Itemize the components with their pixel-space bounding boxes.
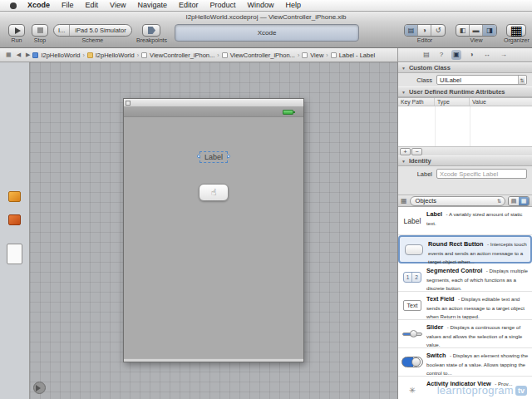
scheme-selector[interactable]: I... iPad 5.0 Simulator [53,24,132,37]
editor-version-icon: ↺ [436,27,441,34]
menu-edit[interactable]: Edit [80,0,105,11]
scheme-destination[interactable]: iPad 5.0 Simulator [70,27,131,34]
video-play-button[interactable] [33,382,46,394]
ib-window-footer [124,358,303,362]
quick-help-tab[interactable]: ? [438,50,445,60]
editor-assistant-button[interactable]: ◑ [418,25,431,36]
library-item-switch[interactable]: Switch - Displays an element showing the… [398,348,532,377]
identity-label-field[interactable]: Xcode Specific Label [436,169,527,179]
organizer-button[interactable]: ▦ [506,24,526,37]
jumpbar-strip: ▦ ◀ ▶ I2pHelloWorld › I2pHelloWorld › Vi… [0,48,532,62]
library-item-label[interactable]: Label Label - A variably sized amount of… [398,207,532,235]
breakpoints-button[interactable] [142,24,160,37]
breadcrumb-xib[interactable]: ViewController_iPhon... [222,52,295,59]
stop-icon [37,27,43,33]
identity-header: ▼ Identity [398,155,532,166]
class-combo-field[interactable]: UILabel ⇅ [436,75,527,85]
view-dock-icon[interactable] [7,244,22,264]
hand-cursor-icon: ☝ [211,187,217,198]
view-label: View [470,37,482,43]
watermark-tv-badge: tv [515,386,527,396]
column-value: Value [470,98,532,106]
files-owner-icon[interactable] [8,191,21,202]
library-sections-icon[interactable]: ▦ [401,197,407,204]
breadcrumb-group[interactable]: I2pHelloWorld [87,52,135,59]
first-responder-icon[interactable] [8,214,21,225]
run-button[interactable] [8,24,25,37]
disclosure-icon[interactable]: ▼ [401,159,406,164]
library-item-round-rect-button[interactable]: Round Rect Button - Intercepts touch eve… [398,235,532,264]
run-play-icon [15,27,21,34]
editor-version-button[interactable]: ↺ [431,25,445,36]
related-files-icon[interactable]: ▦ [6,52,12,58]
breadcrumb-project[interactable]: I2pHelloWorld [32,52,80,59]
back-icon[interactable]: ◀ [17,52,21,58]
label-text: Label [204,153,223,161]
stop-button[interactable] [32,24,48,37]
identity-title: Identity [409,157,431,165]
library-item-segmented-control[interactable]: 12 Segmented Control - Displays multiple… [398,264,532,292]
menu-window[interactable]: Window [241,0,279,11]
attributes-inspector-tab[interactable]: ◑ [468,50,475,60]
toggle-navigator-button[interactable]: ◧ [456,25,470,36]
column-key-path: Key Path [398,98,435,106]
selected-label-object[interactable]: Label [200,152,227,162]
organizer-label: Organizer [504,37,530,43]
add-attribute-button[interactable]: + [400,148,411,155]
combo-arrows-icon[interactable]: ⇅ [518,76,525,84]
menu-file[interactable]: File [56,0,80,11]
ib-view[interactable]: Label ☝ [124,117,303,358]
disclosure-icon[interactable]: ▼ [401,66,406,71]
activity-text: Xcode [258,29,277,37]
apple-icon[interactable] [10,2,17,9]
menu-product[interactable]: Product [204,0,241,11]
library-popup-value: Objects [416,197,436,204]
breadcrumb-separator: › [82,52,84,58]
list-view-button[interactable]: ▤ [509,197,519,205]
toggle-debug-area-button[interactable]: ▬ [470,25,483,36]
ib-design-window[interactable]: Label ☝ [123,98,304,362]
breadcrumb-label: ViewController_iPhon... [150,52,214,59]
remove-attribute-button[interactable]: − [411,148,422,155]
menu-navigate[interactable]: Navigate [131,0,173,11]
forward-icon[interactable]: ▶ [26,52,30,58]
scheme-label: Scheme [81,37,103,43]
watermark: learntoprogram tv [437,384,527,397]
library-item-text-field[interactable]: Text Text Field - Displays editable text… [398,292,532,320]
toggle-utilities-button[interactable]: ◨ [483,25,496,36]
breakpoint-icon [148,27,155,34]
menu-view[interactable]: View [104,0,131,11]
menu-xcode[interactable]: Xcode [22,0,56,11]
editor-mode-control: ▤ ◑ ↺ [404,24,446,37]
text-field-icon-text: Text [403,300,421,311]
file-inspector-tab[interactable]: ▤ [421,50,431,60]
connections-inspector-tab[interactable]: → [499,50,509,60]
library-item-text: Slider - Displays a continuous range of … [426,320,532,347]
ib-window-titlebar[interactable] [124,99,303,107]
menu-editor[interactable]: Editor [173,0,204,11]
selection-handle-left[interactable] [197,155,200,158]
editor-mode-group: ▤ ◑ ↺ Editor [404,24,446,43]
icon-view-button[interactable]: ▦ [519,197,529,205]
menubar: Xcode File Edit View Navigate Editor Pro… [0,0,532,12]
breadcrumb-file[interactable]: ViewController_iPhon... [141,52,214,59]
selection-handle-right[interactable] [227,155,230,158]
size-inspector-tab[interactable]: ↔ [482,50,492,60]
library-popup[interactable]: Objects ⇅ [410,196,505,206]
breadcrumb-view[interactable]: View [302,52,323,59]
runtime-attributes-table[interactable] [398,106,532,146]
editor-standard-button[interactable]: ▤ [405,25,418,36]
disclosure-icon[interactable]: ▼ [401,90,406,95]
identity-inspector-tab[interactable]: ▣ [451,50,461,60]
scheme-name[interactable]: I... [54,25,70,36]
round-rect-button-icon [400,237,428,262]
menu-help[interactable]: Help [280,0,308,11]
label-icon-text: Label [404,217,421,225]
class-value: UILabel [440,76,461,84]
library-item-slider[interactable]: Slider - Displays a continuous range of … [398,320,532,348]
breadcrumb-label: View [310,52,323,59]
breadcrumb-selected-object[interactable]: Label - Label [331,52,375,59]
runtime-attributes-table-header: Key Path Type Value [398,97,532,106]
round-rect-button-object[interactable]: ☝ [199,184,229,201]
utilities-panel: ▼ Custom Class Class UILabel ⇅ ▼ User De… [397,62,532,399]
